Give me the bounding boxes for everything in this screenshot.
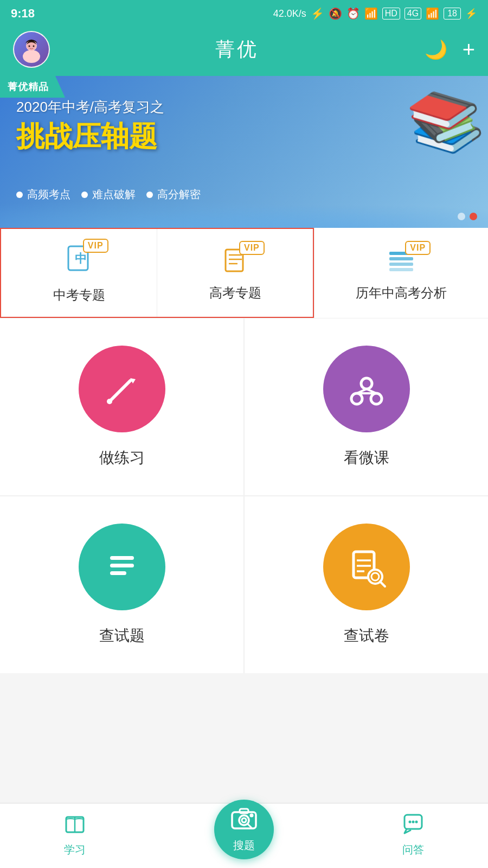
status-right: 42.0K/s ⚡ 🔕 ⏰ 📶 HD 4G 📶 18 ⚡ [273,7,477,20]
indicator-2 [470,213,477,220]
svg-point-43 [412,821,414,824]
battery-icon: 18 [444,8,461,20]
feature-dot-1 [16,192,23,198]
hd-badge: HD [382,8,400,20]
banner-content: 2020年中考/高考复习之 挑战压轴题 [16,98,164,152]
grid-item-practice[interactable]: 做练习 [0,318,243,495]
grid-section: 做练习 看微课 查试题 [0,318,488,673]
search-circle[interactable]: 搜题 [214,800,274,859]
history-label: 历年中高考分析 [356,284,447,302]
gaokao-label: 高考专题 [209,284,261,302]
app-header: 菁优 🌙 + [0,27,488,76]
svg-point-18 [351,393,362,404]
tab-item-qa[interactable]: 问答 [402,813,424,859]
qa-icon [402,813,424,839]
vip-highlighted-group: 中 VIP 中考专题 VIP 高考专题 [0,228,314,318]
video-label: 看微课 [344,448,389,468]
search-label: 搜题 [233,838,255,853]
feature-dot-3 [146,192,153,198]
banner-title: 挑战压轴题 [16,121,164,152]
zhongkao-label: 中考专题 [53,286,105,304]
svg-rect-13 [389,263,413,266]
indicator-1 [458,213,465,220]
svg-line-40 [248,824,252,828]
add-icon[interactable]: + [463,37,475,62]
svg-point-17 [361,378,372,389]
svg-rect-38 [240,809,248,813]
svg-line-32 [380,582,385,586]
vip-section: 中 VIP 中考专题 VIP 高考专题 [0,228,488,318]
4g-badge: 4G [404,8,421,20]
alarm-icon: ⏰ [346,7,360,20]
app-title: 菁优 [215,36,259,63]
svg-point-42 [408,821,411,824]
charging-icon: ⚡ [465,8,477,20]
papers-circle [323,524,410,610]
svg-rect-23 [110,556,134,560]
practice-circle [79,346,165,432]
qa-label: 问答 [402,843,424,857]
study-label: 学习 [64,843,86,857]
tab-item-search[interactable]: 搜题 [214,800,274,859]
practice-label: 做练习 [99,448,145,468]
grid-item-questions[interactable]: 查试题 [0,496,243,673]
feature-label-2: 难点破解 [92,187,136,202]
feature-label-1: 高频考点 [27,187,70,202]
svg-point-19 [371,393,382,404]
banner-tag: 菁优精品 [0,76,65,98]
mute-icon: 🔕 [329,7,342,20]
vip-badge-3: VIP [405,241,431,255]
battery-level: 18 [447,9,457,18]
banner-feature-1: 高频考点 [16,187,70,202]
study-icon [64,815,86,839]
vip-item-zhongkao[interactable]: 中 VIP 中考专题 [1,229,157,317]
svg-line-15 [111,381,130,400]
questions-circle [79,524,165,610]
vip-badge-wrapper-1: 中 VIP [65,244,93,279]
banner[interactable]: 菁优精品 📚 2020年中考/高考复习之 挑战压轴题 高频考点 难点破解 高分解… [0,76,488,228]
vip-item-gaokao[interactable]: VIP 高考专题 [157,229,313,317]
header-actions: 🌙 + [425,37,475,62]
banner-subtitle: 2020年中考/高考复习之 [16,98,164,117]
moon-icon[interactable]: 🌙 [425,39,447,60]
svg-point-39 [249,813,253,817]
signal2-icon: 📶 [426,7,439,20]
avatar[interactable] [13,31,50,68]
svg-rect-25 [110,571,126,575]
status-time: 9:18 [11,7,35,21]
tab-item-study[interactable]: 学习 [64,815,86,859]
banner-features: 高频考点 难点破解 高分解密 [16,187,201,202]
svg-point-1 [23,50,40,63]
bluetooth-icon: ⚡ [311,7,324,20]
video-circle [323,346,410,432]
camera-search-icon [230,807,258,836]
svg-text:中: 中 [75,252,87,265]
vip-badge-2: VIP [239,241,265,255]
signal-icon: 📶 [364,7,378,20]
svg-point-4 [33,46,35,47]
avatar-image [14,32,49,67]
vip-badge-wrapper-2: VIP [221,246,249,277]
grid-item-papers[interactable]: 查试卷 [245,496,488,673]
svg-rect-14 [389,268,413,271]
vip-item-history[interactable]: VIP 历年中高考分析 [314,228,488,318]
vip-badge-wrapper-3: VIP [387,246,415,277]
vip-badge-1: VIP [83,239,108,253]
tab-spacer [0,673,488,744]
questions-label: 查试题 [99,626,145,646]
grid-item-video[interactable]: 看微课 [245,318,488,495]
svg-point-37 [242,818,246,822]
svg-point-16 [107,399,112,404]
tab-bar: 学习 搜题 [0,803,488,868]
banner-feature-3: 高分解密 [146,187,201,202]
banner-indicators [458,213,477,220]
status-bar: 9:18 42.0K/s ⚡ 🔕 ⏰ 📶 HD 4G 📶 18 ⚡ [0,0,488,27]
banner-feature-2: 难点破解 [81,187,136,202]
svg-point-44 [415,821,418,824]
network-speed: 42.0K/s [273,8,306,20]
feature-label-3: 高分解密 [157,187,201,202]
papers-label: 查试卷 [344,626,389,646]
svg-point-3 [29,46,30,47]
svg-rect-24 [110,564,134,567]
svg-rect-12 [389,257,413,260]
